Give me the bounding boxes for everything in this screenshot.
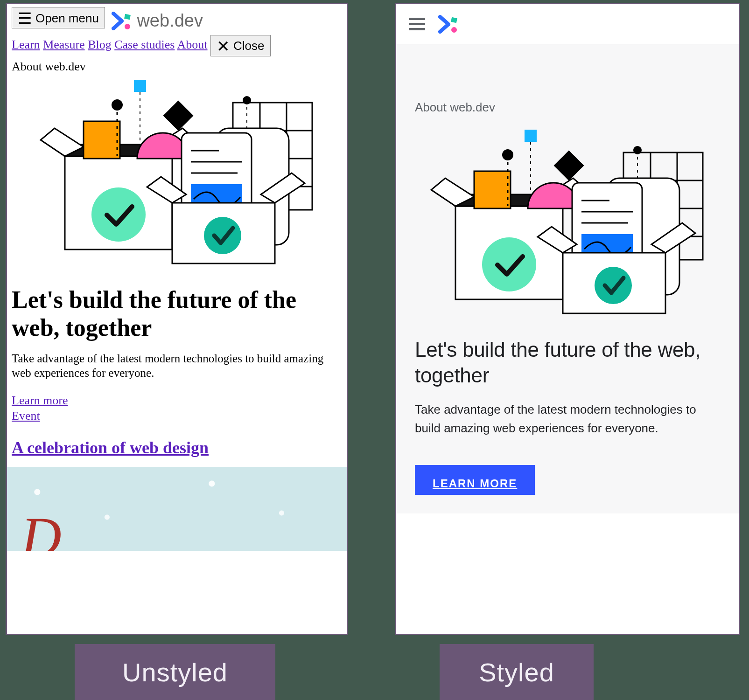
nav-case-studies[interactable]: Case studies [114,38,175,51]
styled-frame: About web.dev [395,3,740,635]
celebration-heading-link[interactable]: A celebration of web design [12,438,209,457]
event-link[interactable]: Event [12,409,342,424]
svg-rect-52 [553,150,584,180]
svg-rect-25 [191,184,242,204]
eyebrow-text: About web.dev [12,59,342,75]
svg-rect-12 [84,121,120,159]
svg-rect-17 [163,101,193,131]
svg-rect-32 [409,18,425,20]
hero-title: Let's build the future of the web, toget… [415,337,720,388]
svg-rect-47 [474,171,511,208]
svg-point-64 [595,267,632,304]
svg-rect-34 [409,28,425,30]
open-menu-button[interactable]: ☰ Open menu [12,7,105,28]
nav-about[interactable]: About [177,38,208,51]
eyebrow-text: About web.dev [415,100,720,115]
event-banner-image: D [6,467,348,551]
svg-point-29 [204,217,241,254]
close-label: Close [233,39,264,53]
webdev-logo-icon[interactable] [438,15,459,34]
learn-more-link[interactable]: Learn more [12,393,342,409]
unstyled-frame: ☰ Open menu web.dev Learn Measure Blog C… [6,3,348,635]
close-menu-button[interactable]: ✕ Close [210,35,270,56]
svg-point-31 [243,96,251,104]
svg-point-14 [112,99,123,111]
svg-point-18 [91,187,146,242]
hamburger-icon[interactable] [409,18,425,31]
hero-illustration [32,77,322,273]
svg-rect-1 [124,14,131,20]
svg-point-0 [125,24,130,29]
nav-learn[interactable]: Learn [12,38,40,51]
site-logo[interactable]: web.dev [112,10,203,32]
learn-more-button[interactable]: LEARN MORE [415,465,535,495]
hero-subtitle: Take advantage of the latest modern tech… [415,400,720,438]
svg-rect-60 [581,234,633,254]
svg-point-35 [451,27,457,33]
close-icon: ✕ [217,38,230,54]
svg-rect-33 [409,23,425,25]
nav-row: Learn Measure Blog Case studies About ✕ … [12,35,342,56]
topbar [396,4,739,44]
hero-subtitle: Take advantage of the latest modern tech… [12,351,342,381]
svg-point-53 [482,237,536,291]
svg-rect-50 [525,130,537,142]
site-wordmark: web.dev [137,10,203,32]
svg-rect-15 [134,80,146,92]
caption-unstyled: Unstyled [75,644,275,700]
hero-title: Let's build the future of the web, toget… [12,286,342,342]
svg-point-49 [502,149,513,160]
header-row: ☰ Open menu web.dev [12,7,342,32]
open-menu-label: Open menu [35,11,99,26]
caption-styled: Styled [440,644,594,700]
event-banner-cursive: D [21,505,62,551]
nav-blog[interactable]: Blog [88,38,112,51]
hamburger-icon: ☰ [18,10,32,26]
hero-illustration [423,127,712,323]
svg-point-66 [633,146,642,154]
nav-measure[interactable]: Measure [43,38,85,51]
webdev-logo-icon [112,12,132,30]
svg-rect-36 [451,17,457,22]
